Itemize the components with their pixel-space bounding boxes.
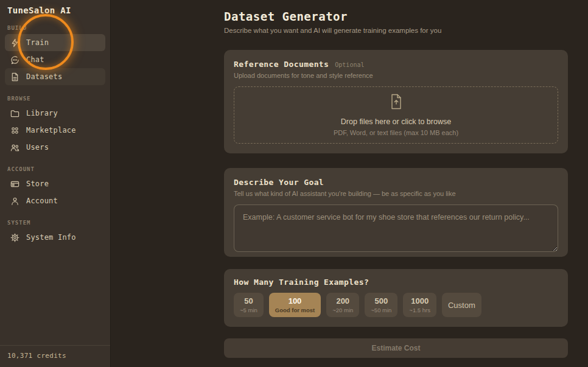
sidebar-item-system-info[interactable]: System Info	[5, 229, 105, 246]
sidebar-item-label: Users	[26, 143, 49, 152]
count-value: 500	[374, 296, 388, 306]
estimate-cost-button[interactable]: Estimate Cost	[224, 338, 568, 358]
file-dropzone[interactable]: Drop files here or click to browse PDF, …	[234, 86, 558, 144]
sidebar-item-marketplace[interactable]: Marketplace	[5, 122, 105, 139]
grid-dots-icon	[10, 125, 19, 135]
count-option-50[interactable]: 50 ~5 min	[234, 293, 264, 317]
count-value: 100	[289, 296, 302, 306]
sidebar-item-label: Account	[26, 197, 58, 205]
count-value: 50	[244, 296, 253, 306]
sidebar-item-library[interactable]: Library	[5, 105, 105, 122]
folder-icon	[10, 108, 19, 118]
count-hint: ~50 min	[371, 307, 391, 313]
count-value: Custom	[448, 301, 475, 310]
sidebar-item-datasets[interactable]: Datasets	[5, 68, 105, 85]
document-icon	[10, 72, 19, 82]
sidebar-item-train[interactable]: Train	[5, 34, 105, 51]
chat-bubble-icon	[10, 55, 19, 65]
reference-documents-title: Reference Documents	[234, 60, 329, 69]
count-hint: Good for most	[275, 307, 315, 313]
goal-input[interactable]	[234, 204, 558, 252]
count-option-200[interactable]: 200 ~20 min	[326, 293, 359, 317]
sidebar-section-account: ACCOUNT	[7, 166, 103, 172]
sidebar-item-chat[interactable]: Chat	[5, 51, 105, 68]
sidebar-item-store[interactable]: Store	[5, 175, 105, 192]
sidebar-section-system: SYSTEM	[7, 220, 103, 226]
sidebar-item-label: Store	[26, 180, 49, 188]
training-examples-title: How Many Training Examples?	[234, 278, 369, 287]
main-area: Dataset Generator Describe what you want…	[111, 0, 588, 367]
reference-documents-subtitle: Upload documents for tone and style refe…	[234, 72, 558, 79]
credit-card-icon	[10, 179, 19, 189]
sidebar-footer: 10,371 credits	[0, 345, 110, 367]
sidebar-item-label: Datasets	[26, 72, 62, 81]
sidebar-section-browse: BROWSE	[7, 96, 103, 102]
file-upload-icon	[390, 94, 403, 112]
gear-icon	[10, 232, 19, 242]
dropzone-subtext: PDF, Word, or text files (max 10 MB each…	[334, 129, 458, 136]
users-icon	[10, 142, 19, 152]
example-count-options: 50 ~5 min 100 Good for most 200 ~20 min …	[234, 293, 558, 317]
page-title: Dataset Generator	[224, 10, 568, 23]
count-option-100[interactable]: 100 Good for most	[269, 293, 321, 317]
credits-balance: 10,371 credits	[7, 352, 103, 360]
count-hint: ~20 min	[332, 307, 353, 313]
person-icon	[10, 196, 19, 206]
count-option-1000[interactable]: 1000 ~1.5 hrs	[403, 293, 436, 317]
app-title: TuneSalon AI	[0, 0, 110, 15]
sidebar-section-build: BUILD	[7, 25, 103, 31]
count-option-custom[interactable]: Custom	[442, 293, 481, 317]
describe-goal-card: Describe Your Goal Tell us what kind of …	[224, 168, 568, 257]
lightning-icon	[10, 38, 19, 47]
sidebar-item-label: Chat	[26, 55, 44, 64]
training-examples-card: How Many Training Examples? 50 ~5 min 10…	[224, 269, 568, 327]
dropzone-text: Drop files here or click to browse	[341, 117, 451, 126]
sidebar-item-label: System Info	[26, 233, 76, 242]
count-hint: ~5 min	[240, 307, 257, 313]
count-option-500[interactable]: 500 ~50 min	[365, 293, 397, 317]
sidebar-item-label: Library	[26, 109, 58, 117]
sidebar: TuneSalon AI BUILD Train Chat Datasets B…	[0, 0, 111, 367]
page-subtitle: Describe what you want and AI will gener…	[224, 27, 568, 34]
optional-badge: Optional	[335, 61, 364, 68]
sidebar-item-label: Marketplace	[26, 126, 76, 135]
describe-goal-subtitle: Tell us what kind of AI assistant you're…	[234, 190, 558, 197]
count-value: 1000	[411, 296, 429, 306]
reference-documents-card: Reference Documents Optional Upload docu…	[224, 50, 568, 153]
sidebar-item-users[interactable]: Users	[5, 139, 105, 156]
sidebar-item-label: Train	[26, 38, 49, 47]
sidebar-item-account[interactable]: Account	[5, 192, 105, 209]
count-value: 200	[336, 296, 349, 306]
count-hint: ~1.5 hrs	[409, 307, 430, 313]
describe-goal-title: Describe Your Goal	[234, 178, 324, 187]
